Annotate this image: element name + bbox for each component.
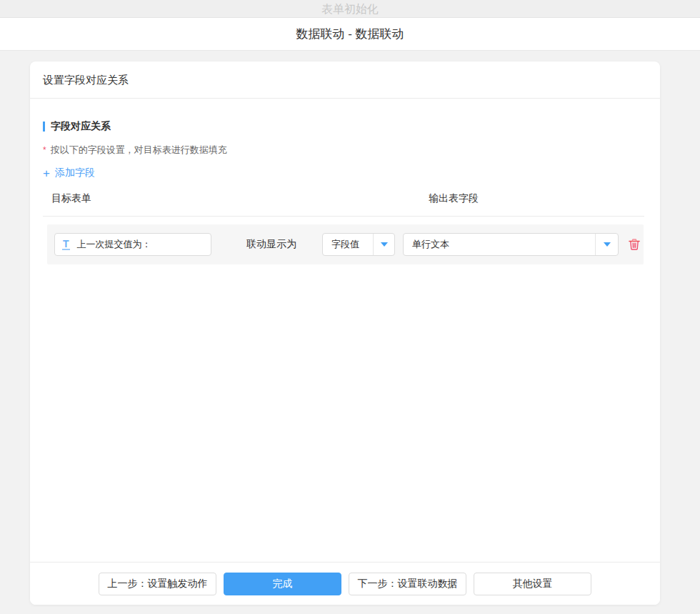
section-hint-text: 按以下的字段设置，对目标表进行数据填充: [51, 144, 227, 157]
required-asterisk: *: [43, 145, 46, 155]
output-field-select[interactable]: 单行文本: [403, 233, 619, 256]
section-title: 字段对应关系: [43, 120, 644, 133]
card-body: 字段对应关系 * 按以下的字段设置，对目标表进行数据填充 + 添加字段 目标表单…: [30, 120, 660, 264]
section-hint: * 按以下的字段设置，对目标表进行数据填充: [43, 144, 644, 157]
settings-card: 设置字段对应关系 字段对应关系 * 按以下的字段设置，对目标表进行数据填充 + …: [30, 61, 660, 605]
prev-step-button[interactable]: 上一步：设置触发动作: [99, 573, 216, 595]
relation-label: 联动显示为: [239, 238, 304, 251]
target-field-input[interactable]: T 上一次提交值为：: [54, 233, 211, 256]
trash-icon: [628, 238, 641, 251]
section-accent-bar: [43, 122, 45, 132]
add-field-button[interactable]: + 添加字段: [43, 167, 95, 179]
caret-down-icon: [373, 234, 394, 255]
output-field-value: 单行文本: [404, 234, 595, 255]
caret-down-icon: [595, 234, 618, 255]
single-line-text-icon: T: [62, 239, 70, 250]
card-header: 设置字段对应关系: [30, 61, 660, 99]
background-page-title: 表单初始化: [321, 2, 379, 17]
target-field-label: 上一次提交值为：: [77, 238, 151, 251]
table-row: T 上一次提交值为： 联动显示为 字段值 单行文本: [47, 224, 644, 264]
plus-icon: +: [43, 167, 50, 179]
column-header-target-form: 目标表单: [51, 192, 91, 205]
add-field-label: 添加字段: [55, 167, 95, 179]
column-header-output-field: 输出表字段: [429, 192, 479, 205]
section-title-label: 字段对应关系: [51, 120, 111, 133]
footer-button-bar: 上一步：设置触发动作 完成 下一步：设置联动数据 其他设置: [30, 562, 660, 605]
table-header-row: 目标表单 输出表字段: [43, 192, 644, 207]
dialog-title-bar: 数据联动 - 数据联动: [0, 18, 700, 51]
delete-row-button[interactable]: [627, 237, 641, 252]
background-page-header: 表单初始化: [0, 0, 700, 18]
other-settings-button[interactable]: 其他设置: [474, 573, 591, 595]
finish-button[interactable]: 完成: [224, 573, 341, 595]
next-step-button[interactable]: 下一步：设置联动数据: [349, 573, 466, 595]
card-header-title: 设置字段对应关系: [43, 74, 129, 86]
display-mode-value: 字段值: [323, 234, 373, 255]
header-divider: [43, 216, 644, 217]
display-mode-select[interactable]: 字段值: [322, 233, 395, 256]
page-title: 数据联动 - 数据联动: [296, 26, 404, 42]
